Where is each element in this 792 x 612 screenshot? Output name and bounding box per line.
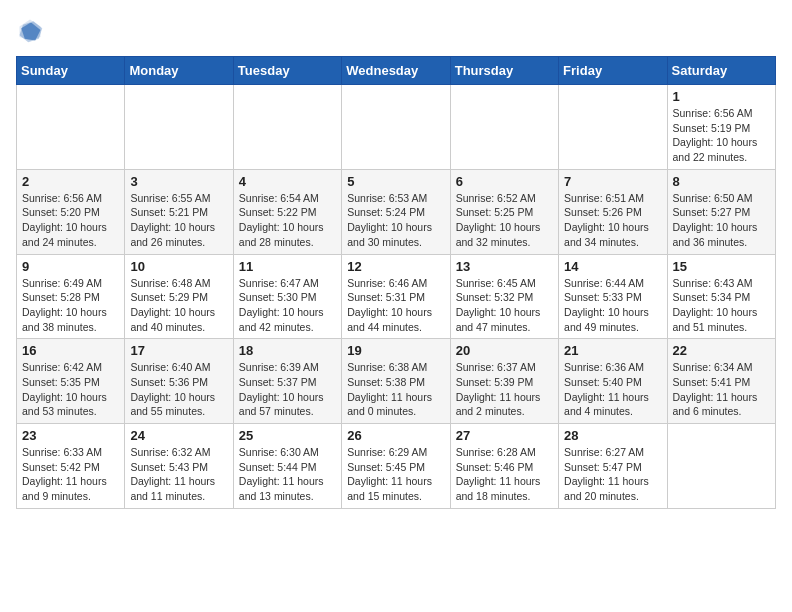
day-info: Sunrise: 6:40 AM Sunset: 5:36 PM Dayligh… <box>130 360 227 419</box>
day-number: 13 <box>456 259 553 274</box>
calendar-cell: 15Sunrise: 6:43 AM Sunset: 5:34 PM Dayli… <box>667 254 775 339</box>
calendar-cell: 2Sunrise: 6:56 AM Sunset: 5:20 PM Daylig… <box>17 169 125 254</box>
weekday-header-sunday: Sunday <box>17 57 125 85</box>
calendar-cell: 9Sunrise: 6:49 AM Sunset: 5:28 PM Daylig… <box>17 254 125 339</box>
day-info: Sunrise: 6:29 AM Sunset: 5:45 PM Dayligh… <box>347 445 444 504</box>
calendar-cell: 21Sunrise: 6:36 AM Sunset: 5:40 PM Dayli… <box>559 339 667 424</box>
calendar-cell <box>125 85 233 170</box>
calendar-cell <box>17 85 125 170</box>
day-number: 15 <box>673 259 770 274</box>
day-info: Sunrise: 6:33 AM Sunset: 5:42 PM Dayligh… <box>22 445 119 504</box>
day-info: Sunrise: 6:43 AM Sunset: 5:34 PM Dayligh… <box>673 276 770 335</box>
day-number: 18 <box>239 343 336 358</box>
calendar-week-row: 1Sunrise: 6:56 AM Sunset: 5:19 PM Daylig… <box>17 85 776 170</box>
calendar-cell: 10Sunrise: 6:48 AM Sunset: 5:29 PM Dayli… <box>125 254 233 339</box>
day-number: 6 <box>456 174 553 189</box>
calendar-cell: 20Sunrise: 6:37 AM Sunset: 5:39 PM Dayli… <box>450 339 558 424</box>
day-number: 8 <box>673 174 770 189</box>
day-number: 3 <box>130 174 227 189</box>
calendar-cell <box>233 85 341 170</box>
calendar-cell: 27Sunrise: 6:28 AM Sunset: 5:46 PM Dayli… <box>450 424 558 509</box>
weekday-header-saturday: Saturday <box>667 57 775 85</box>
calendar-body: 1Sunrise: 6:56 AM Sunset: 5:19 PM Daylig… <box>17 85 776 509</box>
day-number: 24 <box>130 428 227 443</box>
day-number: 20 <box>456 343 553 358</box>
day-info: Sunrise: 6:37 AM Sunset: 5:39 PM Dayligh… <box>456 360 553 419</box>
weekday-header-monday: Monday <box>125 57 233 85</box>
calendar-cell <box>450 85 558 170</box>
day-info: Sunrise: 6:47 AM Sunset: 5:30 PM Dayligh… <box>239 276 336 335</box>
day-info: Sunrise: 6:55 AM Sunset: 5:21 PM Dayligh… <box>130 191 227 250</box>
day-number: 11 <box>239 259 336 274</box>
calendar-header: SundayMondayTuesdayWednesdayThursdayFrid… <box>17 57 776 85</box>
calendar-week-row: 2Sunrise: 6:56 AM Sunset: 5:20 PM Daylig… <box>17 169 776 254</box>
day-info: Sunrise: 6:38 AM Sunset: 5:38 PM Dayligh… <box>347 360 444 419</box>
calendar-cell: 8Sunrise: 6:50 AM Sunset: 5:27 PM Daylig… <box>667 169 775 254</box>
day-info: Sunrise: 6:34 AM Sunset: 5:41 PM Dayligh… <box>673 360 770 419</box>
calendar-cell: 3Sunrise: 6:55 AM Sunset: 5:21 PM Daylig… <box>125 169 233 254</box>
day-number: 27 <box>456 428 553 443</box>
calendar-cell: 1Sunrise: 6:56 AM Sunset: 5:19 PM Daylig… <box>667 85 775 170</box>
calendar-cell <box>559 85 667 170</box>
day-info: Sunrise: 6:42 AM Sunset: 5:35 PM Dayligh… <box>22 360 119 419</box>
day-number: 26 <box>347 428 444 443</box>
calendar-cell: 19Sunrise: 6:38 AM Sunset: 5:38 PM Dayli… <box>342 339 450 424</box>
day-number: 12 <box>347 259 444 274</box>
weekday-header-row: SundayMondayTuesdayWednesdayThursdayFrid… <box>17 57 776 85</box>
calendar-cell: 7Sunrise: 6:51 AM Sunset: 5:26 PM Daylig… <box>559 169 667 254</box>
day-number: 28 <box>564 428 661 443</box>
calendar-cell <box>342 85 450 170</box>
weekday-header-wednesday: Wednesday <box>342 57 450 85</box>
weekday-header-friday: Friday <box>559 57 667 85</box>
logo-icon <box>16 16 44 44</box>
calendar-cell: 23Sunrise: 6:33 AM Sunset: 5:42 PM Dayli… <box>17 424 125 509</box>
day-info: Sunrise: 6:44 AM Sunset: 5:33 PM Dayligh… <box>564 276 661 335</box>
day-info: Sunrise: 6:39 AM Sunset: 5:37 PM Dayligh… <box>239 360 336 419</box>
day-number: 5 <box>347 174 444 189</box>
day-info: Sunrise: 6:56 AM Sunset: 5:19 PM Dayligh… <box>673 106 770 165</box>
day-number: 23 <box>22 428 119 443</box>
day-number: 7 <box>564 174 661 189</box>
calendar-cell: 12Sunrise: 6:46 AM Sunset: 5:31 PM Dayli… <box>342 254 450 339</box>
weekday-header-tuesday: Tuesday <box>233 57 341 85</box>
day-info: Sunrise: 6:46 AM Sunset: 5:31 PM Dayligh… <box>347 276 444 335</box>
day-info: Sunrise: 6:50 AM Sunset: 5:27 PM Dayligh… <box>673 191 770 250</box>
day-number: 9 <box>22 259 119 274</box>
calendar-cell <box>667 424 775 509</box>
calendar-cell: 22Sunrise: 6:34 AM Sunset: 5:41 PM Dayli… <box>667 339 775 424</box>
calendar-cell: 26Sunrise: 6:29 AM Sunset: 5:45 PM Dayli… <box>342 424 450 509</box>
weekday-header-thursday: Thursday <box>450 57 558 85</box>
day-info: Sunrise: 6:30 AM Sunset: 5:44 PM Dayligh… <box>239 445 336 504</box>
day-number: 10 <box>130 259 227 274</box>
day-info: Sunrise: 6:48 AM Sunset: 5:29 PM Dayligh… <box>130 276 227 335</box>
calendar-cell: 17Sunrise: 6:40 AM Sunset: 5:36 PM Dayli… <box>125 339 233 424</box>
day-number: 4 <box>239 174 336 189</box>
day-info: Sunrise: 6:28 AM Sunset: 5:46 PM Dayligh… <box>456 445 553 504</box>
page-header <box>16 16 776 44</box>
calendar-cell: 5Sunrise: 6:53 AM Sunset: 5:24 PM Daylig… <box>342 169 450 254</box>
day-info: Sunrise: 6:36 AM Sunset: 5:40 PM Dayligh… <box>564 360 661 419</box>
calendar-cell: 24Sunrise: 6:32 AM Sunset: 5:43 PM Dayli… <box>125 424 233 509</box>
day-number: 19 <box>347 343 444 358</box>
day-info: Sunrise: 6:27 AM Sunset: 5:47 PM Dayligh… <box>564 445 661 504</box>
day-info: Sunrise: 6:51 AM Sunset: 5:26 PM Dayligh… <box>564 191 661 250</box>
day-info: Sunrise: 6:53 AM Sunset: 5:24 PM Dayligh… <box>347 191 444 250</box>
day-info: Sunrise: 6:32 AM Sunset: 5:43 PM Dayligh… <box>130 445 227 504</box>
day-info: Sunrise: 6:49 AM Sunset: 5:28 PM Dayligh… <box>22 276 119 335</box>
calendar-week-row: 23Sunrise: 6:33 AM Sunset: 5:42 PM Dayli… <box>17 424 776 509</box>
calendar-cell: 4Sunrise: 6:54 AM Sunset: 5:22 PM Daylig… <box>233 169 341 254</box>
calendar-cell: 16Sunrise: 6:42 AM Sunset: 5:35 PM Dayli… <box>17 339 125 424</box>
day-number: 14 <box>564 259 661 274</box>
calendar-cell: 14Sunrise: 6:44 AM Sunset: 5:33 PM Dayli… <box>559 254 667 339</box>
day-info: Sunrise: 6:45 AM Sunset: 5:32 PM Dayligh… <box>456 276 553 335</box>
day-info: Sunrise: 6:56 AM Sunset: 5:20 PM Dayligh… <box>22 191 119 250</box>
day-number: 1 <box>673 89 770 104</box>
calendar-cell: 6Sunrise: 6:52 AM Sunset: 5:25 PM Daylig… <box>450 169 558 254</box>
day-number: 22 <box>673 343 770 358</box>
day-info: Sunrise: 6:52 AM Sunset: 5:25 PM Dayligh… <box>456 191 553 250</box>
logo <box>16 16 48 44</box>
calendar-cell: 18Sunrise: 6:39 AM Sunset: 5:37 PM Dayli… <box>233 339 341 424</box>
calendar-table: SundayMondayTuesdayWednesdayThursdayFrid… <box>16 56 776 509</box>
calendar-cell: 28Sunrise: 6:27 AM Sunset: 5:47 PM Dayli… <box>559 424 667 509</box>
day-info: Sunrise: 6:54 AM Sunset: 5:22 PM Dayligh… <box>239 191 336 250</box>
